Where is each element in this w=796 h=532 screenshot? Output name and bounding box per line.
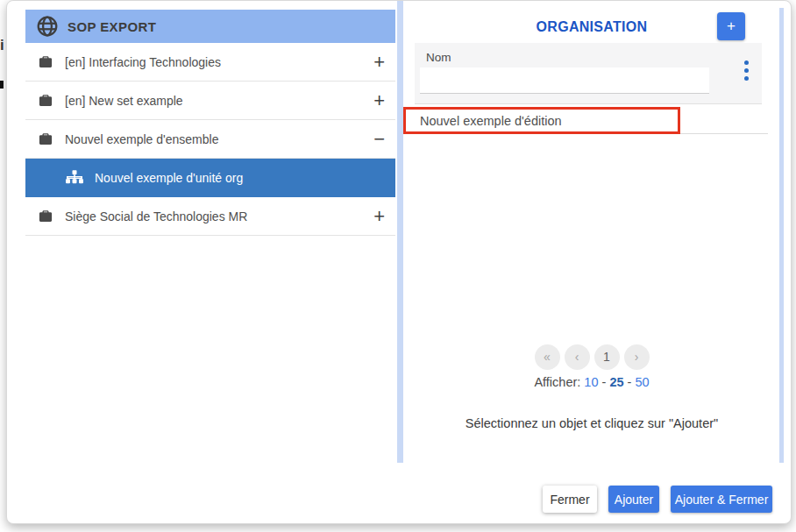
next-page-button[interactable]: › bbox=[624, 344, 650, 370]
briefcase-icon bbox=[38, 209, 53, 223]
selection-hint-text: Sélectionnez un objet et cliquez sur "Aj… bbox=[404, 416, 779, 430]
tree-item-label: [en] Interfacing Technologies bbox=[65, 55, 362, 69]
kebab-menu-icon[interactable] bbox=[737, 54, 755, 86]
separator: - bbox=[628, 375, 632, 389]
result-row-label: Nouvel exemple d'édition bbox=[406, 114, 562, 128]
sop-export-header: SOP EXPORT bbox=[25, 10, 395, 43]
expand-icon[interactable]: + bbox=[373, 207, 385, 226]
red-annotation-box: Nouvel exemple d'édition bbox=[403, 107, 680, 134]
right-panel-scrollbar[interactable] bbox=[779, 8, 784, 463]
tree-item-siege-social[interactable]: Siège Social de Technologies MR + bbox=[25, 197, 395, 236]
page-size-25[interactable]: 25 bbox=[609, 375, 623, 389]
globe-icon bbox=[36, 15, 59, 38]
organisation-dialog: SOP EXPORT [en] Interfacing Technologies… bbox=[6, 0, 792, 524]
collapse-icon[interactable]: − bbox=[373, 130, 385, 149]
sop-export-title: SOP EXPORT bbox=[68, 19, 156, 34]
tree-item-label: Nouvel exemple d'unité org bbox=[95, 171, 385, 185]
tree-item-label: Nouvel exemple d'ensemble bbox=[65, 132, 362, 146]
page-size-50[interactable]: 50 bbox=[635, 375, 649, 389]
page-size-selector: Afficher: 10 - 25 - 50 bbox=[404, 375, 779, 389]
ajouter-button[interactable]: Ajouter bbox=[608, 486, 659, 513]
briefcase-icon bbox=[38, 93, 53, 108]
first-page-button[interactable]: « bbox=[535, 344, 560, 370]
show-label: Afficher: bbox=[534, 375, 580, 389]
page-size-10[interactable]: 10 bbox=[584, 375, 598, 389]
pagination: « ‹ 1 › bbox=[404, 344, 779, 370]
tree-item-interfacing-technologies[interactable]: [en] Interfacing Technologies + bbox=[25, 43, 395, 82]
organisation-tree: [en] Interfacing Technologies + [en] New… bbox=[25, 43, 395, 236]
tree-item-label: [en] New set example bbox=[65, 94, 362, 108]
expand-icon[interactable]: + bbox=[373, 91, 385, 110]
previous-page-button[interactable]: ‹ bbox=[565, 344, 590, 370]
tree-item-nouvel-exemple-unite-org[interactable]: Nouvel exemple d'unité org bbox=[25, 159, 395, 197]
separator: - bbox=[602, 375, 607, 389]
nom-filter-input[interactable] bbox=[420, 67, 709, 94]
background-artifact bbox=[0, 81, 4, 89]
briefcase-icon bbox=[38, 131, 53, 146]
organisation-result-row[interactable]: Nouvel exemple d'édition bbox=[404, 107, 768, 134]
fermer-button[interactable]: Fermer bbox=[543, 486, 597, 513]
expand-icon[interactable]: + bbox=[373, 53, 385, 72]
current-page-button[interactable]: 1 bbox=[594, 344, 620, 370]
nom-column-label: Nom bbox=[426, 51, 451, 64]
briefcase-icon bbox=[38, 54, 53, 69]
tree-item-new-set-example[interactable]: [en] New set example + bbox=[25, 82, 395, 120]
add-organisation-button[interactable]: + bbox=[717, 12, 745, 40]
tree-item-nouvel-exemple-ensemble[interactable]: Nouvel exemple d'ensemble − bbox=[25, 120, 395, 159]
left-panel-scrollbar[interactable] bbox=[397, 1, 403, 463]
background-partial-text: i bbox=[0, 37, 4, 54]
org-unit-icon bbox=[66, 170, 83, 185]
filter-block: Nom bbox=[415, 43, 762, 104]
ajouter-et-fermer-button[interactable]: Ajouter & Fermer bbox=[671, 486, 772, 513]
tree-item-label: Siège Social de Technologies MR bbox=[65, 209, 362, 223]
